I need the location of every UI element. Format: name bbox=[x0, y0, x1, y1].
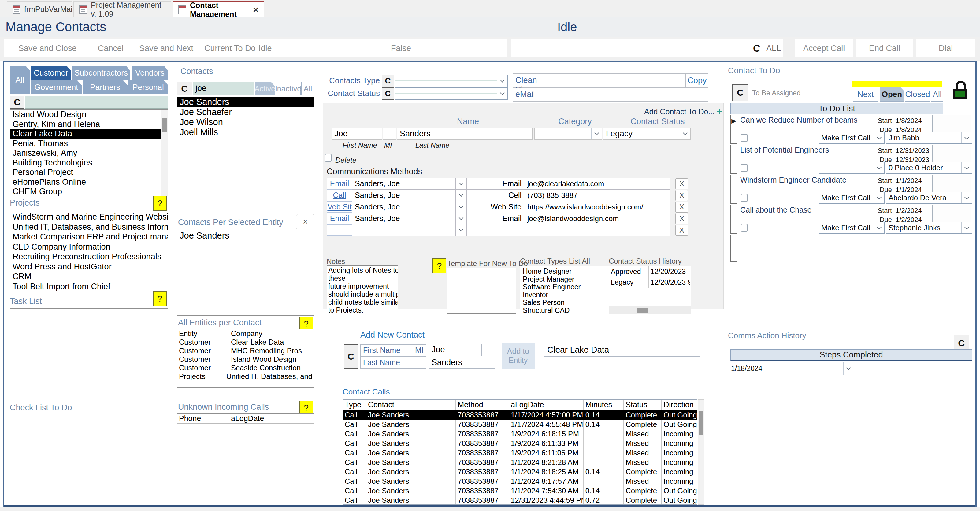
list-item[interactable]: Janiszewski, Amy bbox=[10, 148, 168, 158]
todo-action-combo[interactable]: Make First Call bbox=[818, 192, 885, 204]
scrollbar[interactable] bbox=[161, 110, 168, 196]
close-icon[interactable]: × bbox=[253, 5, 258, 15]
list-item[interactable]: WindStorm and Marine Engineering Website bbox=[10, 212, 168, 222]
comm-action-link[interactable]: Veb Sit bbox=[327, 201, 352, 213]
table-row[interactable]: CallJoe Sanders70383538871/1/2024 8:17:5… bbox=[343, 476, 697, 486]
todo-checkbox[interactable] bbox=[741, 134, 748, 142]
record-selector[interactable] bbox=[730, 145, 737, 174]
contact-status-refresh-button[interactable]: C bbox=[382, 88, 394, 100]
steps-detail-input[interactable] bbox=[854, 362, 972, 375]
contacts-search-refresh-button[interactable]: C bbox=[177, 82, 192, 96]
save-and-next-button[interactable]: Save and Next bbox=[139, 39, 193, 57]
contact-status-field-combo[interactable]: Legacy bbox=[603, 128, 690, 140]
check-listbox[interactable] bbox=[10, 415, 168, 503]
comm-delete-button[interactable]: X bbox=[675, 202, 688, 213]
todo-tab-open[interactable]: Open bbox=[880, 87, 904, 102]
list-item[interactable]: Word Press and HostGator bbox=[10, 262, 168, 272]
list-item[interactable]: Joe Schaefer bbox=[177, 107, 314, 117]
close-icon[interactable]: × bbox=[296, 214, 315, 229]
task-list-help-button[interactable]: ? bbox=[153, 291, 167, 306]
todo-person-combo[interactable]: Abelardo De Vera bbox=[886, 192, 972, 204]
table-row[interactable]: CallJoe Sanders70383538871/17/2024 4:57:… bbox=[343, 410, 697, 420]
copy-button[interactable]: Copy bbox=[686, 73, 708, 88]
comm-name-field[interactable]: Sanders, Joe bbox=[352, 189, 456, 201]
new-last-name-input[interactable]: Sanders bbox=[429, 357, 495, 369]
comm-name-dropdown[interactable] bbox=[456, 213, 467, 224]
save-and-close-button[interactable]: Save and Close bbox=[18, 39, 77, 57]
tab-contact-management[interactable]: Contact Management × bbox=[172, 1, 264, 17]
list-item[interactable]: Personal Project bbox=[10, 167, 168, 177]
template-listbox[interactable] bbox=[447, 268, 516, 314]
first-name-field[interactable]: Joe bbox=[332, 128, 382, 140]
todo-action-combo[interactable]: Make First Call bbox=[818, 222, 885, 234]
list-item[interactable]: Joe Wilson bbox=[177, 117, 314, 127]
todo-person-combo[interactable]: 0 Place 0 Holder bbox=[886, 162, 972, 174]
table-row[interactable]: CallJoe Sanders70383538871/9/2024 6:11:3… bbox=[343, 439, 697, 448]
add-contact-todo-link[interactable]: Add Contact To Do... + bbox=[644, 106, 722, 117]
todo-note-box[interactable] bbox=[932, 175, 971, 194]
contacts-tab-all[interactable]: All bbox=[301, 82, 315, 96]
comm-action-link[interactable]: Email bbox=[327, 178, 352, 189]
comms-history-refresh-button[interactable]: C bbox=[954, 335, 969, 351]
list-item[interactable]: Island Wood Design bbox=[10, 110, 168, 119]
add-to-entity-button[interactable]: Add to Entity bbox=[502, 342, 535, 369]
todo-tab-next[interactable]: Next bbox=[853, 87, 878, 102]
comm-value-field[interactable]: (703) 835-3887 bbox=[525, 189, 651, 201]
table-row[interactable]: CallJoe Sanders70383538871/1/2024 7:54:3… bbox=[343, 486, 697, 495]
todo-person-combo[interactable]: Stephanie Jinks bbox=[886, 222, 972, 234]
clean-phone-input[interactable] bbox=[566, 73, 686, 88]
entity-search-input[interactable] bbox=[25, 96, 168, 108]
comm-name-field[interactable]: Sanders, Joe bbox=[352, 201, 456, 213]
comm-value-field[interactable]: joe@clearlakedata.com bbox=[525, 178, 651, 189]
comm-delete-button[interactable]: X bbox=[675, 190, 688, 201]
entity-search-refresh-button[interactable]: C bbox=[10, 96, 24, 108]
todo-checkbox[interactable] bbox=[741, 164, 748, 172]
accept-call-button[interactable]: Accept Call bbox=[795, 39, 853, 57]
contacts-search-input[interactable]: joe bbox=[193, 82, 254, 96]
list-item[interactable]: Clear Lake Data bbox=[10, 129, 168, 139]
comm-delete-button[interactable]: X bbox=[675, 225, 688, 236]
comm-delete-button[interactable]: X bbox=[675, 213, 688, 224]
mi-field[interactable] bbox=[383, 128, 396, 140]
table-row[interactable]: ProjectsUnified IT, Databases, and Bu bbox=[177, 372, 314, 381]
filter-tab-all[interactable]: All bbox=[10, 66, 30, 94]
filter-tab-customer[interactable]: Customer bbox=[31, 66, 71, 80]
scrollbar[interactable] bbox=[609, 306, 690, 314]
contacts-type-combo[interactable] bbox=[395, 75, 508, 87]
todo-action-combo[interactable] bbox=[818, 162, 885, 174]
table-row[interactable]: CallJoe Sanders70383538871/9/2024 6:11:0… bbox=[343, 448, 697, 457]
to-be-assigned-field[interactable]: To Be Assigned bbox=[749, 86, 850, 101]
filter-tab-partners[interactable]: Partners bbox=[83, 80, 127, 94]
comm-action-link[interactable] bbox=[327, 224, 352, 236]
contacts-tab-inactive[interactable]: Inactive bbox=[275, 82, 301, 96]
scrollbar-thumb[interactable] bbox=[638, 308, 648, 313]
table-row[interactable]: CustomerClear Lake Data bbox=[177, 338, 314, 347]
list-item[interactable]: Tool Belt Import from Chief bbox=[10, 282, 168, 292]
comm-name-field[interactable]: Sanders, Joe bbox=[352, 213, 456, 224]
table-row[interactable]: CustomerMHC Remodling Pros bbox=[177, 347, 314, 355]
category-combo[interactable] bbox=[535, 128, 602, 140]
comm-name-dropdown[interactable] bbox=[456, 201, 467, 213]
list-item[interactable]: Unified IT, Databases, and Business Info… bbox=[10, 222, 168, 232]
projects-help-button[interactable]: ? bbox=[153, 196, 167, 211]
todo-note-box[interactable] bbox=[932, 115, 971, 134]
todo-tab-all[interactable]: All bbox=[931, 87, 943, 102]
list-item[interactable]: Joe Sanders bbox=[177, 230, 314, 241]
comm-name-field[interactable] bbox=[352, 224, 456, 236]
contacts-tab-active[interactable]: Active bbox=[255, 82, 275, 96]
refresh-all-button[interactable]: C ALL bbox=[511, 39, 783, 57]
todo-tab-closed[interactable]: Closed bbox=[905, 87, 931, 102]
new-first-name-input[interactable]: Joe bbox=[429, 344, 481, 356]
comm-action-link[interactable]: Call bbox=[327, 189, 352, 201]
scrollbar-thumb[interactable] bbox=[699, 411, 703, 435]
record-selector[interactable]: ▶ bbox=[730, 115, 737, 144]
comm-name-dropdown[interactable] bbox=[456, 178, 467, 189]
comm-value-field[interactable] bbox=[525, 224, 651, 236]
list-item[interactable]: CRM bbox=[10, 272, 168, 282]
list-item[interactable]: eHomePlans Online bbox=[10, 177, 168, 187]
list-item[interactable]: Recruiting Preconstruction Professionals bbox=[10, 252, 168, 262]
email-input[interactable] bbox=[534, 88, 708, 102]
table-row[interactable]: CustomerSeaside Construction bbox=[177, 364, 314, 372]
comm-value-field[interactable]: joe@islandwooddesign.com bbox=[525, 213, 651, 224]
end-call-button[interactable]: End Call bbox=[856, 39, 913, 57]
